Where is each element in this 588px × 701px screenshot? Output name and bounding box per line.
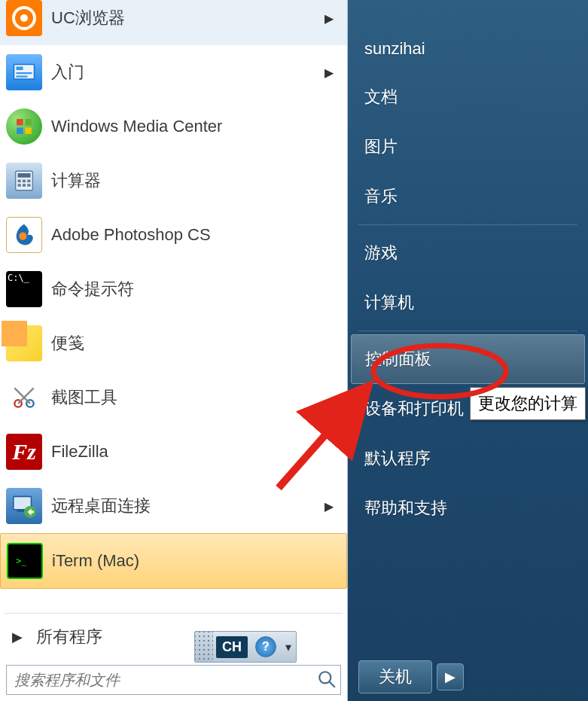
svg-rect-16: [23, 184, 26, 187]
help-icon[interactable]: ?: [255, 636, 276, 657]
side-control-panel[interactable]: 控制面板: [351, 334, 585, 384]
cmd-icon: C:\_: [6, 271, 42, 307]
svg-line-21: [14, 388, 30, 404]
program-label: Adobe Photoshop CS: [51, 225, 211, 245]
program-label: iTerm (Mac): [52, 551, 139, 571]
remote-desktop-icon: [6, 488, 42, 524]
all-programs-label: 所有程序: [36, 626, 102, 648]
svg-line-20: [18, 388, 34, 404]
svg-rect-9: [25, 127, 32, 134]
start-menu-left: UC浏览器 ▶ 入门 ▶ Windows Media Center: [0, 0, 348, 701]
svg-point-1: [20, 14, 28, 22]
svg-rect-12: [18, 180, 21, 183]
side-pictures[interactable]: 图片: [348, 122, 588, 172]
svg-point-26: [319, 672, 331, 683]
uc-browser-icon: [6, 0, 42, 36]
svg-text:>_: >_: [16, 556, 27, 566]
submenu-arrow-icon: ▶: [324, 499, 334, 514]
separator: [358, 224, 577, 225]
program-list: UC浏览器 ▶ 入门 ▶ Windows Media Center: [0, 0, 347, 611]
program-label: 远程桌面连接: [51, 495, 151, 517]
svg-rect-5: [17, 76, 28, 78]
program-getting-started[interactable]: 入门 ▶: [0, 45, 347, 99]
filezilla-icon: Fz: [6, 434, 42, 470]
tooltip: 更改您的计算: [470, 387, 586, 420]
start-menu: UC浏览器 ▶ 入门 ▶ Windows Media Center: [0, 0, 588, 701]
svg-line-27: [329, 681, 335, 687]
program-iterm-mac[interactable]: >_ iTerm (Mac): [0, 533, 347, 589]
language-bar[interactable]: CH ? ▾: [194, 631, 297, 663]
svg-rect-4: [17, 72, 32, 74]
program-photoshop-cs[interactable]: Adobe Photoshop CS: [0, 208, 347, 262]
side-games[interactable]: 游戏: [348, 228, 588, 278]
scissors-icon: [6, 379, 42, 416]
ime-indicator[interactable]: CH: [216, 636, 248, 658]
program-sticky-notes[interactable]: 便笺: [0, 316, 347, 370]
program-uc-browser[interactable]: UC浏览器 ▶: [0, 0, 347, 45]
svg-rect-8: [17, 127, 23, 134]
side-music[interactable]: 音乐: [348, 172, 588, 221]
side-documents[interactable]: 文档: [348, 72, 588, 122]
iterm-icon: >_: [7, 543, 43, 579]
sticky-notes-icon: [6, 325, 42, 361]
search-icon[interactable]: [317, 669, 337, 692]
program-label: 入门: [51, 61, 84, 84]
chevron-right-icon: ▶: [12, 629, 23, 645]
program-remote-desktop[interactable]: 远程桌面连接 ▶: [0, 479, 347, 533]
program-filezilla[interactable]: Fz FileZilla: [0, 425, 347, 479]
program-calculator[interactable]: 计算器: [0, 154, 347, 208]
shutdown-options-button[interactable]: ▶: [437, 663, 464, 690]
program-label: 计算器: [51, 169, 101, 192]
search-input[interactable]: [6, 665, 341, 695]
program-label: Windows Media Center: [51, 117, 222, 136]
side-help-support[interactable]: 帮助和支持: [348, 483, 588, 533]
svg-rect-17: [27, 184, 30, 187]
separator: [358, 331, 577, 331]
separator: [5, 613, 343, 614]
drag-grip-icon[interactable]: [195, 632, 213, 662]
svg-rect-13: [23, 180, 26, 183]
svg-rect-15: [18, 184, 21, 187]
shutdown-row: 关机 ▶: [348, 653, 588, 701]
svg-rect-11: [18, 173, 31, 178]
submenu-arrow-icon: ▶: [324, 11, 334, 26]
program-label: UC浏览器: [51, 7, 125, 29]
getting-started-icon: [6, 54, 42, 90]
program-label: 命令提示符: [51, 278, 134, 300]
wmc-icon: [6, 108, 42, 145]
svg-rect-14: [27, 180, 30, 183]
chevron-down-icon[interactable]: ▾: [281, 640, 296, 654]
svg-rect-6: [17, 119, 23, 126]
side-default-programs[interactable]: 默认程序: [348, 434, 588, 483]
side-computer[interactable]: 计算机: [348, 278, 588, 328]
photoshop-icon: [6, 217, 42, 253]
program-label: FileZilla: [51, 442, 108, 462]
shutdown-button[interactable]: 关机: [358, 660, 432, 693]
search-row: [0, 659, 347, 701]
side-user[interactable]: sunzihai: [348, 26, 588, 72]
calculator-icon: [6, 163, 42, 199]
program-label: 便笺: [51, 332, 84, 355]
program-snipping-tool[interactable]: 截图工具: [0, 370, 347, 425]
svg-rect-3: [17, 67, 23, 71]
start-menu-right: sunzihai 文档 图片 音乐 游戏 计算机 控制面板 设备和打印机 默认程…: [348, 0, 588, 701]
svg-rect-7: [25, 119, 32, 126]
program-label: 截图工具: [51, 386, 117, 409]
program-command-prompt[interactable]: C:\_ 命令提示符: [0, 262, 347, 316]
program-windows-media-center[interactable]: Windows Media Center: [0, 99, 347, 154]
submenu-arrow-icon: ▶: [324, 66, 334, 80]
